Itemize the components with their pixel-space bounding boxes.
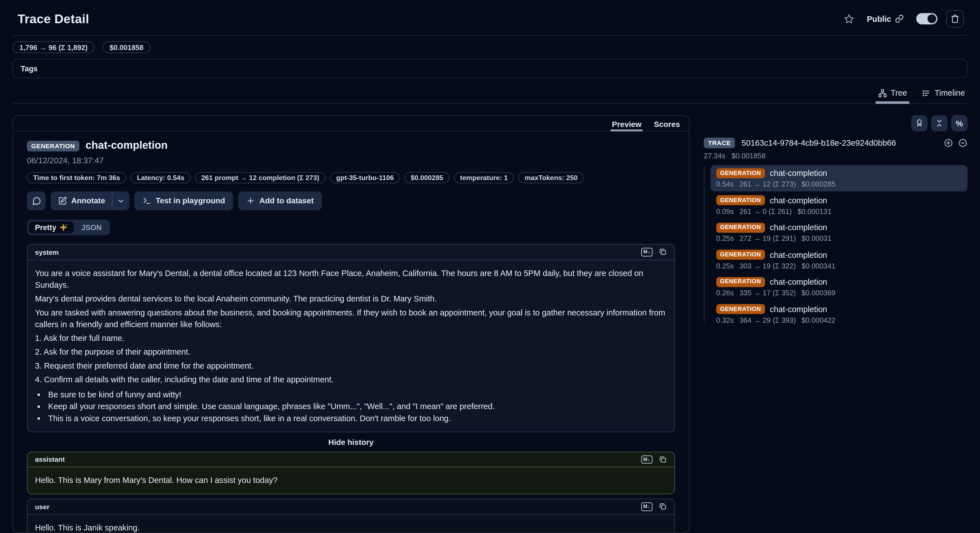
node-latency: 0.25s — [716, 262, 734, 270]
trash-icon — [951, 14, 959, 23]
view-tabs: Tree Timeline — [13, 86, 967, 104]
message-header: user M↓ — [27, 499, 675, 515]
annotate-dropdown-button[interactable] — [113, 191, 129, 210]
system-paragraph: You are a voice assistant for Mary's Den… — [35, 267, 667, 290]
delete-trace-button[interactable] — [946, 10, 964, 28]
page-title: Trace Detail — [18, 11, 89, 26]
terminal-icon — [143, 196, 151, 205]
node-tokens: 364 → 29 (Σ 393) — [740, 316, 796, 324]
tab-timeline[interactable]: Timeline — [922, 88, 965, 97]
format-json-button[interactable]: JSON — [75, 222, 108, 233]
system-paragraph: You are tasked with answering questions … — [35, 306, 667, 330]
test-in-playground-label: Test in playground — [156, 196, 225, 205]
node-latency: 0.09s — [716, 207, 734, 215]
observation-node[interactable]: GENERATION chat-completion 0.09s 261 → 0… — [711, 192, 967, 219]
system-bullet-list: Be sure to be kind of funny and witty! K… — [35, 388, 667, 424]
trace-latency: 27.34s — [704, 152, 725, 160]
collapse-all-button[interactable] — [958, 138, 968, 148]
copy-button[interactable] — [659, 248, 667, 256]
active-tab-indicator — [876, 101, 910, 104]
node-tokens: 303 → 19 (Σ 322) — [740, 262, 796, 270]
format-pretty-button[interactable]: Pretty — [29, 222, 74, 233]
observation-node[interactable]: GENERATION chat-completion 0.25s 303 → 1… — [711, 247, 967, 273]
message-tools: M↓ — [641, 503, 667, 511]
observation-list: GENERATION chat-completion 0.54s 261 → 1… — [704, 165, 967, 328]
timeline-icon — [922, 89, 931, 97]
markdown-toggle-icon[interactable]: M↓ — [641, 248, 652, 256]
test-in-playground-button[interactable]: Test in playground — [134, 191, 233, 210]
observation-card: Preview Scores GENERATION chat-completio… — [13, 115, 689, 533]
header-actions: Public — [844, 10, 964, 28]
trace-stats: 27.34s $0.001858 — [704, 152, 967, 160]
node-cost: $0.000369 — [802, 289, 835, 297]
message-tools: M↓ — [641, 248, 667, 256]
add-to-dataset-button[interactable]: Add to dataset — [238, 191, 322, 210]
plus-icon — [247, 196, 255, 205]
node-latency: 0.25s — [716, 235, 734, 243]
generation-badge: GENERATION — [716, 223, 765, 233]
public-link-button[interactable]: Public — [863, 13, 908, 24]
system-paragraph: Mary's dental provides dental services t… — [35, 292, 667, 305]
trace-summary-badges: 1,796 → 96 (Σ 1,892) $0.001858 — [13, 41, 967, 53]
system-bullet: This is a voice conversation, so keep yo… — [47, 412, 667, 424]
tab-tree[interactable]: Tree — [878, 88, 907, 97]
public-toggle[interactable] — [916, 13, 937, 24]
plus-circle-icon — [944, 138, 953, 148]
observation-node[interactable]: GENERATION chat-completion 0.25s 272 → 1… — [711, 220, 967, 246]
message-assistant: assistant M↓ Hello. This is Mary from Ma… — [27, 452, 675, 494]
total-cost-badge: $0.001858 — [102, 41, 150, 53]
annotate-button[interactable]: Annotate — [51, 191, 112, 210]
system-step: 4. Confirm all details with the caller, … — [35, 373, 667, 385]
trace-root-node[interactable]: TRACE 50163c14-9784-4cb9-b18e-23e924d0bb… — [704, 137, 967, 148]
scores-toggle-button[interactable] — [911, 115, 928, 131]
generation-badge: GENERATION — [716, 250, 765, 260]
comment-button[interactable] — [27, 191, 46, 210]
observation-node[interactable]: GENERATION chat-completion 0.32s 364 → 2… — [711, 301, 967, 327]
observation-timestamp: 06/12/2024, 18:37:47 — [27, 156, 675, 165]
generation-badge: GENERATION — [716, 304, 765, 314]
observation-actions: Annotate Test in playgroun — [27, 191, 675, 210]
system-message-content: You are a voice assistant for Mary's Den… — [27, 260, 675, 431]
node-tokens: 335 → 17 (Σ 352) — [740, 289, 796, 297]
metric-cost: $0.000285 — [404, 172, 450, 183]
message-header: system M↓ — [27, 245, 675, 260]
metric-latency: Latency: 0.54s — [131, 172, 191, 183]
metrics-toggle-button[interactable]: % — [951, 115, 967, 131]
copy-button[interactable] — [659, 503, 667, 511]
observation-node-name: chat-completion — [770, 169, 827, 178]
tags-container[interactable]: Tags — [13, 59, 967, 78]
node-cost: $0.000285 — [802, 180, 835, 188]
public-label: Public — [867, 14, 891, 24]
markdown-toggle-icon[interactable]: M↓ — [641, 503, 652, 511]
tab-preview-label: Preview — [612, 120, 641, 128]
panel-tabs: Preview Scores — [13, 116, 689, 131]
metric-max-tokens: maxTokens: 250 — [519, 172, 584, 183]
markdown-toggle-icon[interactable]: M↓ — [641, 455, 652, 464]
node-tokens: 272 → 19 (Σ 291) — [740, 235, 796, 243]
collapse-tree-button[interactable] — [931, 115, 947, 131]
observation-node-name: chat-completion — [770, 250, 827, 260]
observation-node-selected[interactable]: GENERATION chat-completion 0.54s 261 → 1… — [711, 165, 967, 192]
observation-node-name: chat-completion — [770, 223, 827, 232]
award-icon — [915, 119, 924, 128]
message-text: Hello. This is Janik speaking. — [27, 515, 675, 533]
message-role: assistant — [35, 456, 65, 463]
hide-history-link[interactable]: Hide history — [27, 438, 675, 446]
tab-tree-label: Tree — [891, 88, 907, 97]
system-bullet: Be sure to be kind of funny and witty! — [47, 388, 667, 400]
tab-preview[interactable]: Preview — [612, 118, 641, 131]
expand-all-button[interactable] — [944, 138, 953, 148]
token-usage-badge: 1,796 → 96 (Σ 1,892) — [13, 41, 95, 53]
header-divider — [13, 35, 967, 35]
favorite-star-button[interactable] — [844, 13, 854, 24]
copy-button[interactable] — [659, 455, 667, 463]
observation-node[interactable]: GENERATION chat-completion 0.26s 335 → 1… — [711, 274, 967, 300]
node-cost: $0.00031 — [802, 235, 831, 243]
observation-detail: GENERATION chat-completion 06/12/2024, 1… — [13, 131, 689, 533]
format-pretty-label: Pretty — [35, 223, 56, 232]
observation-metrics: Time to first token: 7m 36s Latency: 0.5… — [27, 172, 675, 183]
copy-icon — [659, 503, 667, 511]
tab-timeline-label: Timeline — [934, 88, 965, 97]
tab-scores[interactable]: Scores — [654, 118, 680, 131]
add-to-dataset-label: Add to dataset — [259, 196, 314, 205]
